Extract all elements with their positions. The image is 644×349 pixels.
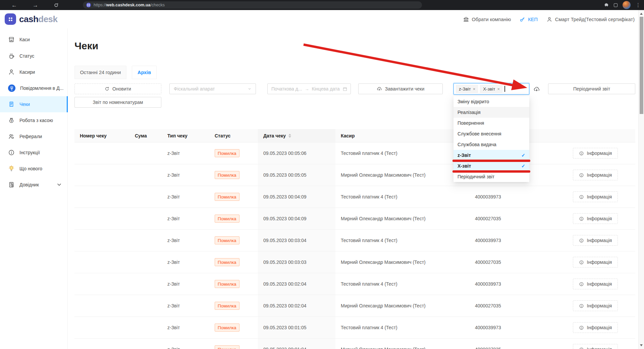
check-type: z-Звіт [162, 230, 209, 251]
info-button[interactable]: Інформація [573, 322, 618, 333]
remove-tag-icon[interactable]: × [497, 87, 500, 91]
table-row: z-Звіт Помилка 09.05.2023 00:05:05 Мирни… [74, 164, 635, 186]
user-menu[interactable]: Смарт Трейд(Тестовий сертифікат) [546, 16, 635, 22]
table-row: z-Звіт Помилка 09.05.2023 00:04:09 Тесто… [74, 186, 635, 208]
dropdown-option[interactable]: Зміну відкрито [453, 96, 529, 107]
scrollbar-thumb[interactable] [640, 17, 643, 114]
status-badge: Помилка [215, 258, 239, 266]
check-type: z-Звіт [162, 186, 209, 208]
status-badge: Помилка [215, 193, 239, 201]
browser-back-icon[interactable]: ← [11, 2, 17, 8]
fiscal-number: 4000027035 [470, 208, 555, 229]
column-check-date[interactable]: Дата чеку [258, 129, 335, 142]
refresh-button[interactable]: Оновити [74, 83, 161, 94]
cashdesk-logo[interactable]: cashdesk [5, 13, 58, 25]
info-button[interactable]: Інформація [573, 344, 618, 349]
sidebar-item-label: Довідник [19, 182, 39, 187]
referrals-icon [8, 133, 15, 140]
export-cloud-icon[interactable] [532, 84, 541, 94]
sort-icons[interactable] [288, 134, 291, 138]
money-bag-icon: $ [8, 117, 15, 124]
page-title: Чеки [74, 40, 98, 52]
table-header: Номер чеку Сума Тип чеку Статус Дата чек… [74, 129, 635, 142]
sidebar-item-status[interactable]: Статус [0, 48, 68, 64]
sidebar-item-referaly[interactable]: Реферали [0, 128, 68, 144]
column-sum: Сума [129, 129, 162, 142]
dropdown-option[interactable]: Повернення [453, 118, 529, 128]
dropdown-option[interactable]: Службове внесення [453, 128, 529, 139]
annotation-underline [452, 170, 530, 173]
column-check-number: Номер чеку [74, 129, 129, 142]
cash-register-icon [8, 36, 15, 43]
info-button[interactable]: Інформація [573, 191, 618, 202]
check-date: 09.05.2023 00:03:04 [258, 230, 335, 251]
chevron-down-icon [57, 183, 61, 186]
dropdown-option[interactable]: Періодичний звіт [453, 171, 529, 182]
browser-profile-avatar[interactable] [623, 1, 631, 9]
check-type: z-Звіт [162, 164, 209, 186]
check-date: 09.05.2023 00:02:04 [258, 273, 335, 295]
check-type-filter[interactable]: z-Звіт × Х-звіт × [453, 83, 529, 95]
browser-square-icon[interactable] [614, 3, 618, 7]
dropdown-option[interactable]: Службова видача [453, 139, 529, 150]
cashier-name: Мирний Олександр Максимович (Тест) [335, 251, 470, 273]
cashier-name: Мирний Олександр Максимович (Тест) [335, 339, 470, 349]
dropdown-option[interactable]: Реалізація [453, 107, 529, 118]
dropdown-option-selected[interactable]: Х-звіт✓ [453, 161, 529, 171]
logo-wordmark: cashdesk [19, 14, 58, 24]
fiscal-device-select[interactable]: Фіскальний апарат [169, 83, 256, 94]
check-date: 09.05.2023 00:04:09 [258, 208, 335, 229]
directory-search-icon [8, 181, 15, 188]
tab-last-24h[interactable]: Останні 24 години [74, 66, 126, 79]
column-actions [555, 129, 635, 142]
sidebar-item-label: Повідомлення в Д... [20, 85, 63, 91]
info-button[interactable]: Інформація [573, 257, 618, 268]
periodic-report-button[interactable]: Періодичний звіт [548, 83, 635, 94]
tab-archive[interactable]: Архів [132, 66, 157, 79]
table-row: z-Звіт Помилка 09.05.2023 00:04:09 Мирни… [74, 208, 635, 230]
sidebar-item-shcho-novoho[interactable]: Що нового [0, 161, 68, 177]
date-range-picker[interactable]: Початкова д... → Кінцева дата [267, 83, 351, 94]
check-type: z-Звіт [162, 317, 209, 338]
nomenclature-report-button[interactable]: Звіт по номенклатурам [74, 97, 161, 108]
extensions-puzzle-icon[interactable] [604, 3, 609, 7]
sidebar-item-dovidnyk[interactable]: Довідник [0, 177, 68, 193]
url-text: https://web.cashdesk.com.ua/checks [94, 3, 165, 7]
scrollbar-down-icon[interactable] [640, 344, 643, 346]
address-bar[interactable]: https://web.cashdesk.com.ua/checks [83, 1, 422, 9]
text-cursor [504, 86, 505, 92]
sidebar-item-cheky[interactable]: Чеки [0, 96, 68, 112]
info-button[interactable]: Інформація [573, 170, 618, 180]
table-row: z-Звіт Помилка 09.05.2023 00:01:05 Тесто… [74, 317, 635, 339]
page-scrollbar [638, 10, 644, 349]
info-circle-icon [8, 149, 15, 156]
sidebar-item-kasy[interactable]: Каси [0, 32, 68, 48]
kep-button[interactable]: КЕП [520, 16, 538, 22]
column-check-type: Тип чеку [162, 129, 209, 142]
browser-forward-icon[interactable]: → [33, 2, 38, 8]
check-date: 09.05.2023 00:05:06 [258, 142, 335, 164]
dropdown-option-selected[interactable]: z-Звіт✓ [453, 150, 529, 161]
sidebar-item-instruktsii[interactable]: Інструкції [0, 144, 68, 161]
sidebar-item-povidomlennya[interactable]: Повідомлення в Д... [0, 80, 68, 96]
info-button[interactable]: Інформація [573, 213, 618, 224]
scrollbar-up-icon[interactable] [640, 13, 643, 15]
remove-tag-icon[interactable]: × [473, 87, 476, 91]
info-button[interactable]: Інформація [573, 279, 618, 289]
filter-tag: z-Звіт × [456, 85, 478, 93]
choose-company-button[interactable]: Обрати компанію [463, 16, 511, 22]
check-date: 09.05.2023 00:03:03 [258, 251, 335, 273]
cashier-name: Тестовий платник 4 (Тест) [335, 230, 470, 251]
calendar-icon [342, 86, 347, 92]
info-button[interactable]: Інформація [573, 235, 618, 246]
sidebar-item-kasyry[interactable]: Касири [0, 64, 68, 80]
download-checks-button[interactable]: Завантажити чеки [358, 83, 443, 94]
status-badge: Помилка [215, 324, 239, 332]
info-button[interactable]: Інформація [573, 148, 618, 159]
info-button[interactable]: Інформація [573, 300, 618, 311]
browser-reload-icon[interactable] [54, 3, 59, 8]
fiscal-number: 4000027035 [470, 295, 555, 316]
browser-menu-icon[interactable]: ⋮ [636, 2, 641, 8]
check-type: z-Звіт [162, 142, 209, 164]
sidebar-item-robota-z-kasoyu[interactable]: $ Робота з касою [0, 112, 68, 128]
